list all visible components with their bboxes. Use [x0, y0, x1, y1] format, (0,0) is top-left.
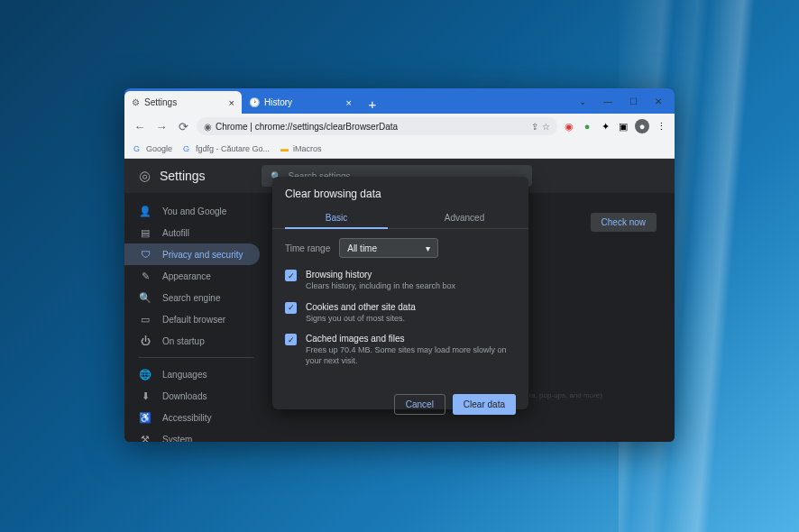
profile-icon[interactable]: ● [635, 119, 649, 133]
clear-browsing-data-dialog: Clear browsing data Basic Advanced Time … [272, 177, 528, 409]
sidebar-item-system[interactable]: ⚒System [124, 428, 260, 442]
sidebar-item-on-startup[interactable]: ⏻On startup [124, 330, 260, 352]
extension-icon[interactable]: ▣ [617, 120, 629, 133]
address-bar: ← → ⟳ ◉ Chrome | chrome://settings/clear… [124, 114, 675, 139]
accessibility-icon: ♿ [139, 411, 152, 424]
gear-icon: ⚙ [132, 97, 140, 107]
close-icon[interactable]: × [229, 97, 234, 108]
browser-tab-history[interactable]: 🕑 History × [242, 91, 359, 114]
dialog-tabs: Basic Advanced [272, 207, 528, 229]
reload-button[interactable]: ⟳ [175, 118, 191, 134]
back-button[interactable]: ← [132, 118, 148, 134]
forward-button[interactable]: → [153, 118, 170, 134]
power-icon: ⏻ [139, 335, 152, 347]
cancel-button[interactable]: Cancel [394, 394, 445, 415]
download-icon: ⬇ [139, 390, 152, 402]
star-icon[interactable]: ☆ [542, 122, 550, 132]
sidebar-item-search-engine[interactable]: 🔍Search engine [124, 287, 260, 308]
menu-icon[interactable]: ⋮ [655, 120, 667, 133]
extension-icon[interactable]: ● [581, 120, 593, 133]
dialog-title: Clear browsing data [272, 177, 528, 207]
checkbox-browsing-history[interactable]: ✓ Browsing history Clears history, inclu… [285, 269, 516, 292]
globe-icon: 🌐 [139, 368, 152, 381]
google-icon: G [133, 144, 142, 153]
maximize-button[interactable]: ☐ [620, 92, 646, 110]
tab-basic[interactable]: Basic [272, 207, 400, 228]
clear-data-button[interactable]: Clear data [453, 394, 516, 415]
bookmark-imacros[interactable]: ▬ iMacros [280, 144, 322, 153]
chevron-down-icon: ▾ [426, 243, 430, 253]
sidebar-item-downloads[interactable]: ⬇Downloads [124, 385, 260, 407]
person-icon: 👤 [139, 205, 152, 217]
extension-icon[interactable]: ◉ [563, 120, 575, 133]
chrome-logo-icon: ◎ [139, 168, 151, 184]
page-title: Settings [160, 169, 206, 183]
time-range-select[interactable]: All time ▾ [339, 238, 438, 258]
search-icon: 🔍 [139, 291, 152, 304]
checkbox-icon[interactable]: ✓ [285, 334, 297, 345]
sidebar-item-default-browser[interactable]: ▭Default browser [124, 308, 260, 330]
folder-icon: ▬ [280, 144, 289, 153]
sidebar-item-you-and-google[interactable]: 👤You and Google [124, 200, 260, 222]
checkbox-cookies[interactable]: ✓ Cookies and other site data Signs you … [285, 301, 516, 325]
browser-icon: ▭ [139, 313, 152, 326]
google-icon: G [183, 144, 192, 153]
tab-advanced[interactable]: Advanced [400, 207, 528, 228]
tab-label: History [264, 97, 292, 107]
autofill-icon: ▤ [139, 226, 152, 239]
checkbox-icon[interactable]: ✓ [285, 270, 297, 281]
chevron-down-icon[interactable]: ⌄ [570, 92, 595, 110]
sidebar-item-privacy-security[interactable]: 🛡Privacy and security [124, 243, 260, 265]
sidebar-item-appearance[interactable]: ✎Appearance [124, 265, 260, 287]
check-now-button[interactable]: Check now [591, 213, 657, 232]
sidebar-item-autofill[interactable]: ▤Autofill [124, 222, 260, 243]
url-text: Chrome | chrome://settings/clearBrowserD… [216, 122, 398, 132]
minimize-button[interactable]: — [595, 92, 620, 110]
time-range-label: Time range [285, 243, 330, 253]
checkbox-cached-files[interactable]: ✓ Cached images and files Frees up 70.4 … [285, 333, 516, 366]
bookmark-google[interactable]: G Google [133, 144, 172, 153]
browser-tab-settings[interactable]: ⚙ Settings × [124, 91, 242, 114]
system-icon: ⚒ [139, 433, 152, 442]
url-field[interactable]: ◉ Chrome | chrome://settings/clearBrowse… [197, 117, 557, 135]
extensions-icon[interactable]: ✦ [599, 120, 611, 133]
sidebar-item-accessibility[interactable]: ♿Accessibility [124, 407, 260, 428]
close-button[interactable]: ✕ [646, 92, 671, 110]
checkbox-icon[interactable]: ✓ [285, 302, 297, 314]
chrome-icon: ◉ [204, 122, 212, 132]
close-icon[interactable]: × [346, 97, 352, 108]
divider [139, 357, 254, 358]
shield-icon: 🛡 [139, 248, 152, 261]
brush-icon: ✎ [139, 270, 152, 282]
titlebar: ⚙ Settings × 🕑 History × + ⌄ — ☐ ✕ [124, 88, 675, 114]
sidebar-item-languages[interactable]: 🌐Languages [124, 363, 260, 385]
share-icon[interactable]: ⇪ [531, 122, 538, 132]
new-tab-button[interactable]: + [363, 94, 382, 114]
tab-label: Settings [144, 97, 177, 107]
bookmarks-bar: G Google G fgdfg - Căutare Go... ▬ iMacr… [124, 139, 675, 159]
bookmark-item[interactable]: G fgdfg - Căutare Go... [183, 144, 270, 153]
history-icon: 🕑 [249, 97, 260, 107]
settings-sidebar: 👤You and Google ▤Autofill 🛡Privacy and s… [124, 193, 269, 442]
